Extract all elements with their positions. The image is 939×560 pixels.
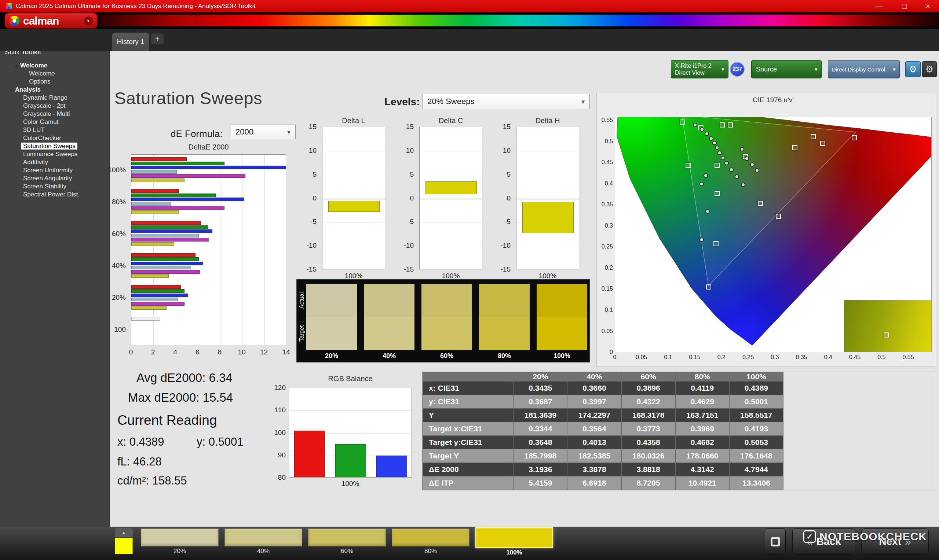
back-button[interactable]: « Back	[792, 528, 856, 554]
table-header-cell: 40%	[567, 372, 621, 382]
bar-magenta	[131, 302, 185, 306]
bar-green	[131, 257, 199, 261]
sidebar-item-screen-angularity[interactable]: Screen Angularity	[0, 174, 109, 183]
delta-bar	[328, 201, 379, 212]
rgb-balance-y-axis: 1201101009080	[256, 388, 286, 477]
sidebar-item-colorchecker[interactable]: ColorChecker	[0, 134, 109, 142]
axis-label: 0	[481, 194, 510, 202]
chevron-down-icon: ▼	[720, 67, 725, 72]
next-button[interactable]: Next »	[861, 528, 929, 554]
measurement-marker	[712, 141, 717, 145]
levels-select[interactable]: 20% Sweeps ▼	[422, 94, 590, 109]
meter-dropdown[interactable]: X-Rite i1Pro 2 Direct View ▼	[671, 60, 728, 78]
current-cdm2-reading: cd/m²: 158.55	[117, 474, 187, 488]
sidebar-item-screen-uniformity[interactable]: Screen Uniformity	[0, 166, 109, 174]
stop-button[interactable]	[765, 528, 786, 554]
actual-swatch	[306, 284, 357, 317]
minimize-button[interactable]: —	[875, 0, 883, 12]
row-label: Target x:CIE31	[423, 422, 513, 436]
axis-label: 110	[256, 406, 286, 414]
sweep-swatches-panel: Actual Target 20%40%60%80%100%	[296, 279, 590, 363]
axis-label: 0.55	[899, 354, 918, 361]
sidebar-item-welcome[interactable]: Welcome	[0, 70, 109, 78]
tree-group-analysis[interactable]: ▲Analysis	[0, 86, 109, 94]
sidebar-item-3d-lut[interactable]: 3D LUT	[0, 126, 109, 134]
axis-label: 0.05	[632, 354, 651, 361]
maximize-button[interactable]: □	[902, 0, 907, 12]
sidebar-item-color-gamut[interactable]: Color Gamut	[0, 118, 109, 126]
axis-label: 100	[256, 429, 286, 437]
gridline-horizontal	[517, 151, 579, 151]
measurement-marker	[705, 209, 710, 214]
bar-cyan	[131, 234, 199, 237]
table-row: x: CIE310.34350.36600.38960.41190.4389	[423, 382, 783, 395]
tab-history-1[interactable]: History 1	[112, 32, 149, 51]
sidebar-item-spectral-power-dist[interactable]: Spectral Power Dist.	[0, 191, 109, 198]
table-cell: 0.4322	[621, 395, 675, 409]
measurement-marker	[693, 123, 697, 127]
add-tab-button[interactable]: +	[151, 33, 163, 45]
axis-label: 6	[189, 348, 205, 356]
tree-item-label: Color Gamut	[21, 118, 60, 125]
pattern-level-40[interactable]: 40%	[225, 528, 302, 556]
gridline-horizontal	[322, 222, 385, 223]
sidebar-item-luminance-sweeps[interactable]: Luminance Sweeps	[0, 150, 109, 158]
source-dropdown[interactable]: Source ▼	[751, 60, 822, 78]
target-swatch	[306, 317, 357, 350]
close-button[interactable]: ×	[926, 0, 930, 12]
tree-item-label: Dynamic Range	[21, 94, 69, 101]
target-swatch	[479, 317, 530, 350]
axis-label: 15	[481, 123, 510, 131]
measurement-marker	[703, 173, 708, 178]
sidebar-item-options[interactable]: Options	[0, 78, 109, 86]
row-label: x: CIE31	[423, 382, 513, 395]
bar-green	[131, 194, 216, 197]
table-cell: 168.3178	[621, 409, 675, 422]
pattern-level-60[interactable]: 60%	[308, 528, 386, 556]
tree-expander-icon: ▲	[9, 88, 13, 92]
settings-gear-button[interactable]: ⚙	[905, 61, 920, 77]
pattern-tray-handle[interactable]: ▲	[115, 528, 133, 537]
active-pattern-chip[interactable]	[115, 538, 133, 554]
target-marker	[792, 145, 797, 150]
sweep-swatch-80: 80%	[479, 280, 530, 363]
logo-menu-button[interactable]: ▼	[84, 17, 93, 25]
swatch-label: 40%	[364, 352, 415, 360]
actual-swatch	[479, 284, 530, 317]
de-formula-select[interactable]: 2000 ▼	[231, 125, 296, 139]
pattern-level-80[interactable]: 80%	[392, 528, 470, 556]
sidebar-item-grayscale-multi[interactable]: Grayscale - Multi	[0, 110, 109, 118]
table-cell: 163.7151	[675, 409, 729, 422]
rgb-balance-x-label: 100%	[289, 480, 412, 488]
axis-label: -5	[384, 218, 414, 226]
target-swatch	[537, 317, 587, 350]
gridline-vertical	[242, 155, 242, 346]
measurement-marker	[735, 174, 739, 179]
current-fl-reading: fL: 46.28	[117, 455, 162, 468]
display-control-dropdown[interactable]: Direct Display Control ▼	[828, 60, 900, 78]
table-cell: 0.3969	[675, 422, 729, 436]
deltae2000-plot	[131, 154, 286, 346]
sidebar-item-dynamic-range[interactable]: Dynamic Range	[0, 94, 109, 102]
axis-label: 0.4	[598, 180, 613, 187]
sidebar-item-additivity[interactable]: Additivity	[0, 158, 109, 166]
bar-green	[335, 444, 366, 477]
table-cell: 4.7944	[729, 463, 783, 477]
de-formula-value: 2000	[236, 127, 253, 137]
tree-group-welcome[interactable]: ▲Welcome	[0, 62, 109, 70]
sidebar-item-grayscale-2pt[interactable]: Grayscale - 2pt	[0, 102, 109, 110]
pattern-level-100[interactable]: 100%	[475, 528, 553, 556]
preferences-gear-button[interactable]: ⚙	[922, 61, 937, 77]
sidebar-item-screen-stability[interactable]: Screen Stability	[0, 183, 109, 191]
sidebar-item-saturation-sweeps[interactable]: Saturation Sweeps	[0, 142, 109, 150]
table-header-cell: 80%	[675, 372, 729, 382]
table-row: Target Y185.7998182.5385180.0326178.0660…	[423, 449, 783, 463]
table-cell: 0.3687	[513, 395, 567, 409]
tree-item-label: Saturation Sweeps	[21, 143, 77, 149]
bar-cyan	[131, 170, 177, 174]
cie1976-x-axis: 00.050.10.150.20.250.30.350.40.450.50.55	[615, 354, 932, 362]
axis-label: -5	[481, 218, 510, 226]
pattern-swatch	[392, 528, 470, 546]
pattern-level-20[interactable]: 20%	[141, 528, 219, 556]
table-cell: 0.3997	[567, 395, 621, 409]
